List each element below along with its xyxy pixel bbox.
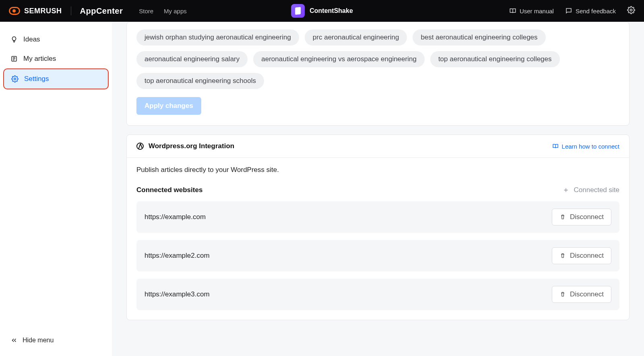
- hide-menu-button[interactable]: Hide menu: [3, 329, 109, 351]
- user-manual-link[interactable]: User manual: [509, 7, 554, 14]
- site-url: https://example3.com: [144, 290, 210, 298]
- semrush-logo-icon: [9, 7, 20, 15]
- connected-site-row: https://example.com Disconnect: [136, 201, 619, 233]
- wordpress-icon: [136, 143, 144, 150]
- divider: [71, 6, 71, 15]
- sidebar-item-ideas[interactable]: Ideas: [3, 30, 109, 49]
- learn-how-to-connect-link[interactable]: Learn how to connect: [552, 143, 619, 150]
- tag-chip[interactable]: top aeronautical engineering colleges: [430, 51, 560, 67]
- trash-icon: [559, 291, 566, 298]
- brand-logo[interactable]: SEMRUSH AppCenter: [9, 6, 123, 16]
- sidebar-item-settings[interactable]: Settings: [3, 68, 109, 89]
- disconnect-button[interactable]: Disconnect: [552, 247, 611, 264]
- appcenter-label: AppCenter: [80, 6, 123, 16]
- plus-icon: [563, 187, 569, 193]
- book-open-icon: [552, 143, 559, 149]
- lightbulb-icon: [10, 36, 18, 43]
- connected-site-row: https://example2.com Disconnect: [136, 240, 619, 271]
- articles-icon: [10, 55, 18, 62]
- gear-icon: [627, 6, 635, 14]
- trash-icon: [559, 253, 566, 259]
- tag-chip[interactable]: jewish orphan studying aeronautical engi…: [136, 29, 299, 46]
- tag-chip[interactable]: best aeronautical engineering colleges: [413, 29, 545, 46]
- sidebar-item-label: Ideas: [23, 35, 40, 43]
- disconnect-label: Disconnect: [570, 213, 604, 221]
- tags-container: jewish orphan studying aeronautical engi…: [136, 26, 619, 89]
- learn-link-label: Learn how to connect: [562, 143, 619, 150]
- apply-changes-button[interactable]: Apply changes: [136, 97, 201, 115]
- wordpress-description: Publish articles directly to your WordPr…: [136, 166, 619, 174]
- send-feedback-link[interactable]: Send feedback: [565, 7, 616, 14]
- nav-store[interactable]: Store: [139, 8, 153, 14]
- disconnect-label: Disconnect: [570, 252, 604, 260]
- site-url: https://example.com: [144, 213, 206, 221]
- app-name: ContentShake: [310, 7, 353, 14]
- connected-websites-label: Connected websites: [136, 186, 202, 194]
- add-connected-site-button[interactable]: Connected site: [563, 186, 619, 194]
- svg-point-0: [630, 9, 632, 11]
- tags-card: jewish orphan studying aeronautical engi…: [126, 22, 630, 126]
- top-nav: Store My apps: [139, 8, 187, 14]
- disconnect-button[interactable]: Disconnect: [552, 209, 611, 226]
- feedback-icon: [565, 7, 572, 14]
- contentshake-app-icon: [291, 4, 305, 18]
- tag-chip[interactable]: prc aeronautical engineering: [305, 29, 407, 46]
- tag-chip[interactable]: aeronautical engineering salary: [136, 51, 248, 67]
- tag-chip[interactable]: top aeronautical engineering schools: [136, 73, 264, 89]
- settings-gear-button[interactable]: [627, 6, 635, 16]
- book-icon: [509, 7, 516, 14]
- wordpress-title: Wordpress.org Integration: [136, 142, 234, 150]
- main-content: jewish orphan studying aeronautical engi…: [112, 22, 644, 356]
- sidebar-item-my-articles[interactable]: My articles: [3, 49, 109, 68]
- wordpress-integration-card: Wordpress.org Integration Learn how to c…: [126, 135, 630, 320]
- current-app: ContentShake: [291, 4, 353, 18]
- svg-point-2: [14, 78, 16, 80]
- connected-site-row: https://example3.com Disconnect: [136, 279, 619, 310]
- tag-chip[interactable]: aeronautical engineering vs aerospace en…: [253, 51, 425, 67]
- sidebar-item-label: My articles: [23, 55, 56, 63]
- chevrons-left-icon: [10, 337, 18, 344]
- send-feedback-label: Send feedback: [576, 8, 616, 14]
- brand-text: SEMRUSH: [24, 7, 62, 15]
- add-site-label: Connected site: [574, 186, 619, 194]
- top-bar: SEMRUSH AppCenter Store My apps ContentS…: [0, 0, 644, 22]
- disconnect-label: Disconnect: [570, 290, 604, 298]
- disconnect-button[interactable]: Disconnect: [552, 286, 611, 303]
- wordpress-title-text: Wordpress.org Integration: [149, 142, 234, 150]
- user-manual-label: User manual: [520, 8, 554, 14]
- hide-menu-label: Hide menu: [23, 337, 54, 344]
- site-url: https://example2.com: [144, 252, 210, 260]
- nav-my-apps[interactable]: My apps: [164, 8, 187, 14]
- sidebar: Ideas My articles Settings Hide menu: [0, 22, 112, 356]
- sidebar-item-label: Settings: [24, 75, 49, 83]
- trash-icon: [559, 214, 566, 220]
- gear-icon: [11, 75, 19, 83]
